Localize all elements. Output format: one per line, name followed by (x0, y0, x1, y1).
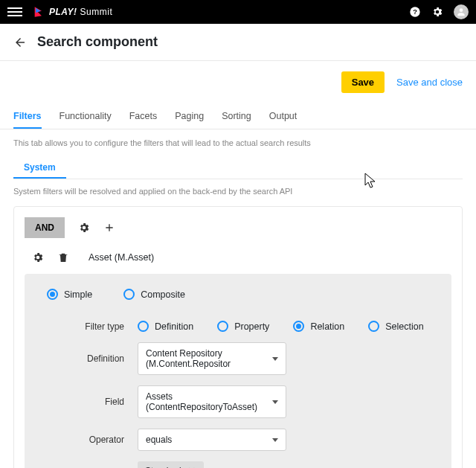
page-header: Search component (0, 24, 476, 61)
brand-thin: Summit (80, 7, 113, 17)
radio-icon (368, 321, 379, 332)
svg-text:?: ? (413, 8, 417, 16)
filtertype-property[interactable]: Property (217, 321, 269, 332)
gear-icon[interactable] (78, 222, 90, 234)
tab-description: This tab allows you to configure the fil… (13, 138, 463, 147)
mode-simple-label: Simple (64, 289, 92, 300)
save-and-close-link[interactable]: Save and close (396, 77, 463, 88)
tab-facets[interactable]: Facets (129, 103, 158, 129)
radio-icon (217, 321, 228, 332)
field-row: Field Assets (ContentRepositoryToAsset) (41, 385, 435, 418)
gear-icon[interactable] (32, 251, 44, 263)
value-chip: Standard ✕ (138, 461, 204, 468)
filtertype-definition[interactable]: Definition (138, 321, 193, 332)
radio-icon (123, 289, 135, 300)
save-button[interactable]: Save (341, 71, 385, 93)
help-icon[interactable]: ? (409, 6, 421, 18)
person-icon (456, 7, 466, 17)
radio-icon (293, 321, 304, 332)
operator-label: Operator (41, 435, 138, 445)
save-row: Save Save and close (0, 61, 476, 103)
radio-icon (138, 321, 149, 332)
page-title: Search component (37, 34, 158, 50)
filter-type-options: Definition Property Relation Selection (138, 321, 424, 332)
brand-logo-icon (33, 6, 45, 18)
sub-tabs: System (13, 156, 463, 179)
operator-row: Operator equals (41, 429, 435, 451)
tab-output[interactable]: Output (269, 103, 298, 129)
mode-composite[interactable]: Composite (123, 289, 185, 300)
operator-select[interactable]: equals (138, 429, 286, 451)
tab-sorting[interactable]: Sorting (222, 103, 251, 129)
app-topbar: PLAY! Summit ? (0, 0, 476, 24)
operator-value: equals (146, 435, 172, 445)
tab-filters[interactable]: Filters (13, 103, 42, 129)
topbar-actions: ? (409, 4, 469, 19)
trash-icon[interactable] (57, 251, 69, 263)
chevron-down-icon (272, 400, 278, 404)
menu-icon[interactable] (7, 5, 22, 19)
radio-icon (47, 289, 58, 300)
brand-bold: PLAY! (49, 7, 77, 17)
settings-icon[interactable] (431, 6, 443, 18)
definition-value: Content Repository (M.Content.Repositor (146, 348, 272, 369)
filtertype-relation[interactable]: Relation (293, 321, 344, 332)
plus-icon[interactable] (103, 222, 115, 234)
subtab-system[interactable]: System (13, 156, 66, 179)
field-select[interactable]: Assets (ContentRepositoryToAsset) (138, 385, 286, 418)
main-tabs: Filters Functionality Facets Paging Sort… (0, 103, 476, 129)
user-avatar[interactable] (454, 4, 469, 19)
asset-row: Asset (M.Asset) (25, 249, 451, 274)
field-value: Assets (ContentRepositoryToAsset) (146, 391, 272, 412)
definition-label: Definition (41, 353, 138, 364)
asset-label: Asset (M.Asset) (89, 252, 154, 263)
filtertype-selection[interactable]: Selection (368, 321, 423, 332)
tab-functionality[interactable]: Functionality (60, 103, 112, 129)
filter-config: Simple Composite Filter type Definition … (25, 274, 451, 468)
filter-type-label: Filter type (41, 321, 138, 332)
field-label: Field (41, 397, 138, 407)
system-hint: System filters will be resolved and appl… (13, 187, 463, 196)
mode-row: Simple Composite (41, 289, 435, 300)
and-button[interactable]: AND (25, 217, 65, 238)
filter-type-row: Filter type Definition Property Relation… (41, 321, 435, 332)
content-area: This tab allows you to configure the fil… (0, 129, 476, 468)
panel-toolbar: AND (25, 217, 451, 238)
tab-paging[interactable]: Paging (175, 103, 204, 129)
chevron-down-icon (272, 438, 278, 442)
back-icon[interactable] (13, 36, 27, 49)
mode-composite-label: Composite (141, 289, 185, 300)
definition-select[interactable]: Content Repository (M.Content.Repositor (138, 342, 286, 375)
close-icon[interactable]: ✕ (187, 465, 196, 468)
definition-row: Definition Content Repository (M.Content… (41, 342, 435, 375)
chevron-down-icon (272, 357, 278, 361)
brand: PLAY! Summit (33, 6, 112, 18)
mode-simple[interactable]: Simple (47, 289, 92, 300)
filter-panel: AND Asset (M.Asset) Simple Composite (13, 206, 463, 468)
